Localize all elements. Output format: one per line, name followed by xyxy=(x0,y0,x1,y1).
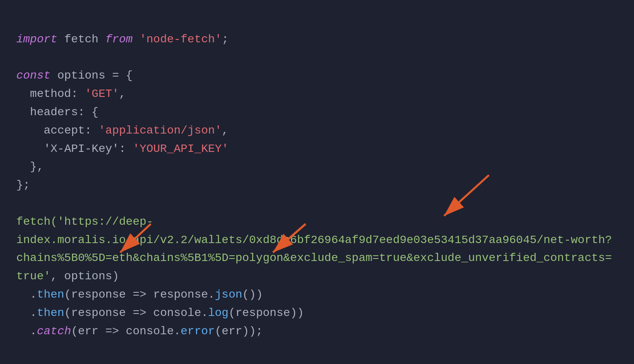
token-fn: log xyxy=(208,307,229,319)
token-plain xyxy=(133,33,140,46)
token-plain: headers: { xyxy=(16,106,99,118)
code-line: .then(response => response.json()) xyxy=(16,286,618,304)
token-plain: (err)); xyxy=(215,325,263,338)
code-line: }; xyxy=(16,176,618,195)
token-fn: then xyxy=(37,307,64,319)
token-plain: 'X-API-Key': xyxy=(16,143,133,155)
token-plain: , xyxy=(222,124,229,137)
token-plain: ()) xyxy=(242,288,263,301)
code-line: fetch('https://deep- xyxy=(16,213,618,231)
code-line: headers: { xyxy=(16,103,618,122)
token-url: fetch('https://deep- xyxy=(16,215,153,228)
token-plain: , xyxy=(119,88,126,100)
code-line: .catch(err => console.error(err)); xyxy=(16,322,618,341)
token-plain: method: xyxy=(16,88,85,100)
token-plain: . xyxy=(16,307,37,319)
code-line xyxy=(16,195,618,213)
token-plain: . xyxy=(16,325,37,338)
code-line: index.moralis.io/api/v2.2/wallets/0xd8da… xyxy=(16,231,618,250)
code-line: }, xyxy=(16,158,618,176)
token-kw-import: catch xyxy=(37,325,71,338)
token-plain: (response => console. xyxy=(64,307,208,319)
token-str: 'node-fetch' xyxy=(139,33,222,46)
code-line: method: 'GET', xyxy=(16,85,618,103)
code-editor: import fetch from 'node-fetch'; const op… xyxy=(16,12,618,340)
token-kw-import: import xyxy=(16,33,57,46)
token-plain: (err => console. xyxy=(71,325,181,338)
code-line: chains%5B0%5D=eth&chains%5B1%5D=polygon&… xyxy=(16,249,618,286)
token-plain: }, xyxy=(16,160,44,173)
token-str: 'YOUR_API_KEY' xyxy=(133,143,229,155)
code-line: const options = { xyxy=(16,67,618,85)
token-str: 'application/json' xyxy=(99,124,222,137)
token-kw-from: from xyxy=(105,33,132,46)
token-fn: error xyxy=(181,325,215,338)
code-line xyxy=(16,49,618,67)
code-line: accept: 'application/json', xyxy=(16,122,618,140)
code-line: .then(response => console.log(response)) xyxy=(16,304,618,322)
token-plain: }; xyxy=(16,179,30,191)
token-plain: (response)) xyxy=(229,307,304,319)
token-plain: options = { xyxy=(51,69,133,82)
code-line: import fetch from 'node-fetch'; xyxy=(16,31,618,49)
token-plain: fetch xyxy=(57,33,106,46)
token-fn: json xyxy=(215,288,242,301)
token-plain: accept: xyxy=(16,124,99,137)
code-line: 'X-API-Key': 'YOUR_API_KEY' xyxy=(16,140,618,158)
token-fn: then xyxy=(37,288,64,301)
token-plain: (response => response. xyxy=(64,288,215,301)
token-plain: , options) xyxy=(51,270,119,283)
token-kw-import: const xyxy=(16,69,51,82)
token-str: 'GET' xyxy=(85,88,119,100)
token-plain: . xyxy=(16,288,37,301)
token-plain: ; xyxy=(222,33,229,46)
token-url: index.moralis.io/api/v2.2/wallets/0xd8da… xyxy=(16,234,612,246)
